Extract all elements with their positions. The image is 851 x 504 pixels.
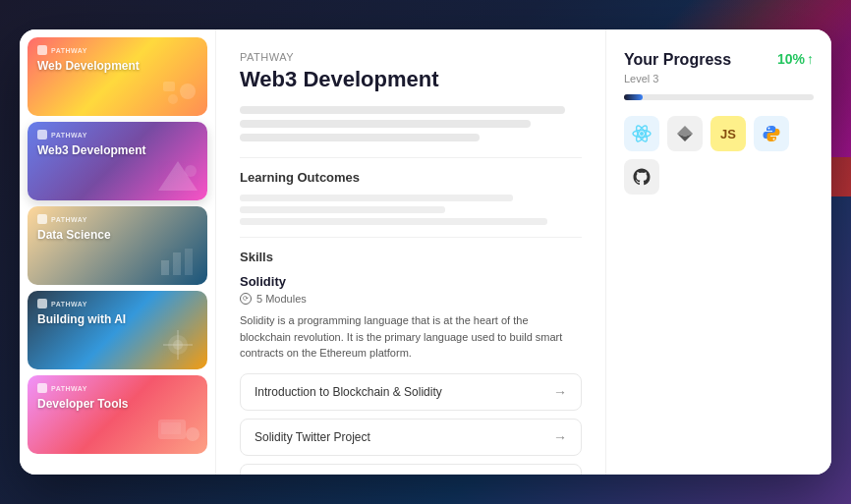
course-item-2[interactable]: Token Standards Masterclass - ERC20 → — [240, 464, 582, 476]
progress-percent-value: 10% — [777, 51, 805, 67]
progress-bar-container — [624, 94, 814, 100]
tech-icons: JS — [624, 116, 814, 195]
modules-label: ⟳ 5 Modules — [240, 293, 582, 305]
outcomes-bars — [240, 195, 582, 225]
card-meta-dev-tools: PATHWAY — [37, 383, 198, 393]
svg-point-22 — [773, 139, 775, 140]
card-meta-building-ai: PATHWAY — [37, 299, 198, 308]
sidebar: PATHWAY Web Development PATHWAY Web3 Dev… — [20, 29, 216, 475]
card-label-web3: PATHWAY — [51, 132, 87, 139]
tech-icon-github — [624, 159, 659, 195]
card-meta-data-science: PATHWAY — [37, 214, 198, 224]
progress-title: Your Progress — [624, 51, 731, 69]
card-illustration-building-ai — [153, 325, 202, 364]
pathway-label: Pathway — [240, 51, 582, 63]
card-illustration-web-dev — [153, 72, 202, 111]
skill-description: Solidity is a programming language that … — [240, 312, 582, 362]
card-icon-building-ai — [37, 299, 47, 308]
outcome-bar-3 — [240, 218, 547, 225]
svg-rect-13 — [161, 422, 181, 434]
svg-rect-2 — [163, 82, 175, 91]
modules-count: 5 Modules — [256, 293, 307, 305]
arrow-icon-2: → — [553, 475, 567, 476]
svg-point-4 — [185, 165, 197, 177]
desc-line-1 — [240, 106, 565, 114]
course-label-1: Solidity Twitter Project — [255, 430, 370, 444]
progress-percent: 10% ↑ — [777, 51, 814, 67]
card-illustration-dev-tools — [153, 410, 202, 449]
skill-title: Solidity — [240, 274, 582, 289]
skills-heading: Skills — [240, 250, 582, 264]
sidebar-item-dev-tools[interactable]: PATHWAY Developer Tools — [28, 375, 207, 454]
tech-icon-solidity — [667, 116, 703, 151]
svg-point-0 — [180, 84, 196, 99]
progress-trend-icon: ↑ — [807, 51, 814, 67]
svg-rect-7 — [185, 249, 193, 275]
sidebar-item-building-ai[interactable]: PATHWAY Building with AI — [28, 291, 207, 369]
outcome-bar-1 — [240, 195, 513, 201]
tech-icon-javascript: JS — [710, 116, 746, 151]
progress-level: Level 3 — [624, 73, 814, 84]
card-icon-web3 — [37, 130, 47, 140]
card-meta-web3: PATHWAY — [37, 130, 198, 140]
learning-outcomes-heading: Learning Outcomes — [240, 170, 582, 185]
svg-point-18 — [640, 132, 644, 136]
content-area: Pathway Web3 Development Learning Outcom… — [216, 29, 831, 475]
js-label: JS — [720, 127, 736, 141]
divider-skills — [240, 237, 582, 238]
page-title: Web3 Development — [240, 67, 582, 92]
svg-point-14 — [186, 427, 199, 441]
card-label-dev-tools: PATHWAY — [51, 385, 87, 392]
arrow-icon-0: → — [553, 384, 567, 400]
sidebar-item-web-dev[interactable]: PATHWAY Web Development — [28, 37, 207, 116]
progress-bar-fill — [624, 94, 643, 100]
card-illustration-web3 — [153, 156, 202, 196]
course-item-0[interactable]: Introduction to Blockchain & Solidity → — [240, 373, 582, 411]
progress-header: Your Progress 10% ↑ — [624, 51, 814, 69]
svg-point-21 — [768, 128, 770, 130]
card-label-data-science: PATHWAY — [51, 216, 87, 223]
card-label-web-dev: PATHWAY — [51, 47, 87, 54]
outcome-bar-2 — [240, 206, 445, 213]
divider-outcomes — [240, 157, 582, 158]
card-label-building-ai: PATHWAY — [51, 301, 87, 308]
card-illustration-data-science — [153, 241, 202, 280]
main-card: PATHWAY Web Development PATHWAY Web3 Dev… — [20, 29, 831, 475]
arrow-icon-1: → — [553, 429, 567, 445]
desc-line-2 — [240, 120, 531, 128]
course-label-0: Introduction to Blockchain & Solidity — [255, 385, 442, 399]
content-top: Pathway Web3 Development Learning Outcom… — [216, 29, 831, 475]
svg-point-1 — [168, 94, 178, 104]
skills-section: Solidity ⟳ 5 Modules Solidity is a progr… — [240, 274, 582, 475]
progress-panel: Your Progress 10% ↑ Level 3 — [605, 29, 831, 475]
sidebar-item-data-science[interactable]: PATHWAY Data Science — [28, 206, 207, 285]
tech-icon-python — [754, 116, 789, 151]
card-icon-web-dev — [37, 45, 47, 55]
svg-rect-5 — [161, 260, 169, 275]
card-icon-data-science — [37, 214, 47, 224]
card-icon-dev-tools — [37, 383, 47, 393]
modules-icon: ⟳ — [240, 293, 252, 305]
svg-rect-6 — [173, 252, 181, 275]
detail-section: Pathway Web3 Development Learning Outcom… — [216, 29, 605, 475]
card-meta-web-dev: PATHWAY — [37, 45, 198, 55]
tech-icon-react — [624, 116, 659, 151]
desc-line-3 — [240, 134, 480, 141]
course-item-1[interactable]: Solidity Twitter Project → — [240, 419, 582, 456]
description-block — [240, 106, 582, 141]
sidebar-item-web3[interactable]: PATHWAY Web3 Development — [28, 122, 207, 200]
